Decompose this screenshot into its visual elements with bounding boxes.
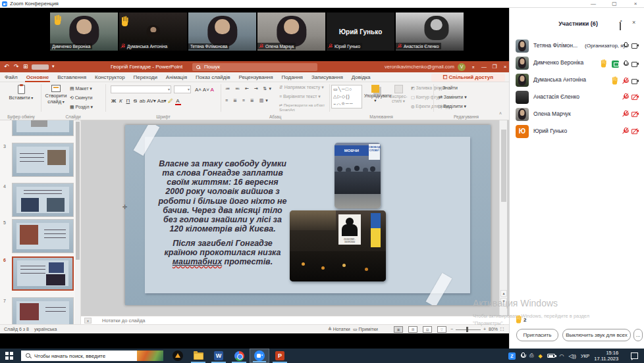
font-size-buttons[interactable]: A˄ A˅ A <box>195 87 214 93</box>
account-avatar[interactable]: V <box>458 63 466 71</box>
quick-access-box[interactable] <box>32 64 49 70</box>
editor-scrollbar[interactable]: ▴ ▾ <box>499 120 507 316</box>
slide-canvas[interactable]: Власне за таку свободу думки та слова Го… <box>125 125 491 305</box>
ppt-close-button[interactable]: × <box>500 62 510 71</box>
quick-styles-button[interactable]: Експрес-стилі ▾ <box>388 85 409 104</box>
collapse-ribbon-button[interactable]: ˄ <box>499 111 502 116</box>
arrange-button[interactable]: Упорядкувати ▾ <box>364 85 387 103</box>
minimize-button[interactable]: — <box>589 0 598 7</box>
participant-row[interactable]: Думанська Антоніна <box>512 72 641 89</box>
slide-thumbnail-6-selected[interactable] <box>12 256 74 291</box>
shapes-gallery[interactable]: ▭╲─□○△▷◇{}⌣⌒☆── <box>331 85 362 109</box>
video-tile[interactable]: Димченко Вероніка <box>50 12 118 51</box>
ppt-restore-button[interactable]: ❐ <box>490 62 499 71</box>
zoom-tray-icon[interactable]: Z <box>508 352 516 360</box>
zoom-in-button[interactable]: + <box>483 325 486 334</box>
wifi-icon[interactable]: ◠ <box>560 353 564 359</box>
tab-home[interactable]: Основне <box>26 74 49 80</box>
participant-row[interactable]: Анастасія Єленко <box>512 89 641 106</box>
start-slideshow-button[interactable]: ⊞ <box>23 62 28 70</box>
camera-off-icon[interactable] <box>631 94 639 99</box>
italic-button[interactable]: К <box>118 98 124 104</box>
chrome-button[interactable] <box>229 349 249 363</box>
text-shadow-button[interactable]: ab <box>140 98 146 104</box>
antivirus-tray-app[interactable] <box>168 349 188 363</box>
tab-insert[interactable]: Вставлення <box>57 74 86 80</box>
panel-close-icon[interactable]: × <box>632 19 635 26</box>
previous-slide-button[interactable]: ▴ <box>500 290 507 297</box>
camera-on-icon[interactable] <box>631 78 639 84</box>
camera-on-icon[interactable] <box>631 61 639 66</box>
qat-customize-button[interactable]: ▾ <box>52 62 55 70</box>
slide-sorter-button[interactable]: ⊞ <box>408 326 417 333</box>
muted-mic-icon[interactable] <box>623 128 628 134</box>
fit-slide-button[interactable]: ⛶ <box>500 325 504 334</box>
invite-button[interactable]: Пригласить <box>516 329 558 341</box>
text-direction-button[interactable]: ⇵ Напрямок тексту ▾ <box>279 85 324 90</box>
list-buttons[interactable]: ≔ ≕ ⇤ ⇥ ⇅▾ <box>225 86 273 91</box>
video-tile[interactable]: Анастасія Єленко <box>396 12 464 51</box>
font-size-select[interactable] <box>174 85 191 93</box>
camera-off-icon[interactable] <box>631 111 639 116</box>
file-explorer-button[interactable] <box>188 349 208 363</box>
ribbon-display-options-button[interactable]: ⌅ <box>469 62 478 71</box>
video-tile[interactable]: Думанська Антоніна <box>119 12 187 51</box>
muted-mic-icon[interactable] <box>623 78 628 84</box>
thumbnail-scrollbar[interactable] <box>75 120 80 324</box>
zoom-slider-track[interactable] <box>456 329 481 330</box>
next-slide-button[interactable]: ▾ <box>500 298 507 304</box>
powerpoint-button[interactable]: P <box>270 349 290 363</box>
bold-button[interactable]: Ж <box>111 98 117 104</box>
camera-off-icon[interactable] <box>631 128 639 133</box>
layout-button[interactable]: ▤ Макет ▾ <box>70 86 92 91</box>
tab-file[interactable]: Файл <box>5 74 18 80</box>
clock[interactable]: 15:1617.11.2023 <box>594 350 618 362</box>
zoom-app-button-active[interactable] <box>250 349 269 363</box>
close-button[interactable]: × <box>631 0 640 7</box>
language-status[interactable]: українська <box>34 325 57 334</box>
slide-thumbnail-3[interactable] <box>12 143 74 177</box>
font-family-select[interactable] <box>111 85 171 93</box>
mic-tray-icon[interactable] <box>520 352 525 359</box>
slide-thumbnail-4[interactable] <box>12 183 74 217</box>
more-options-button[interactable]: ... <box>633 329 643 341</box>
account-email[interactable]: veronikavimchenko@gmail.com <box>369 64 454 70</box>
participant-row[interactable]: Тетяна Філімон... (Организатор, я) <box>512 37 641 55</box>
redo-button[interactable]: ↷ <box>14 62 19 70</box>
new-slide-button[interactable]: Створити слайд ▾ <box>43 85 68 105</box>
normal-view-button[interactable]: ▣ <box>394 326 403 333</box>
mute-all-button[interactable]: Выключить звук для всех <box>562 329 631 341</box>
search-box[interactable]: Пошук <box>192 63 317 71</box>
font-color-button[interactable]: A <box>175 98 181 105</box>
reset-button[interactable]: ⟲ Скинути <box>70 95 92 101</box>
start-button[interactable] <box>5 352 13 360</box>
tab-transitions[interactable]: Переходи <box>134 74 157 80</box>
share-button[interactable]: ⧠ Спільний доступ <box>431 74 505 82</box>
zoom-out-button[interactable]: − <box>450 325 453 334</box>
popout-panel-icon[interactable] <box>620 22 621 30</box>
tab-animations[interactable]: Анімація <box>166 74 187 80</box>
maximize-button[interactable]: ▢ <box>610 0 619 7</box>
mic-on-icon[interactable] <box>623 42 628 49</box>
strikethrough-button[interactable]: S <box>132 98 138 104</box>
tab-design[interactable]: Конструктор <box>95 74 125 80</box>
muted-mic-icon[interactable] <box>623 93 628 100</box>
tab-slideshow[interactable]: Показ слайдів <box>196 74 230 80</box>
mic-on-icon[interactable] <box>623 60 628 67</box>
select-button[interactable]: ▷ Виділити ▾ <box>439 104 466 109</box>
alignment-buttons[interactable]: ≡ ≣ ≡ ≣ ▥▾ <box>225 98 270 103</box>
action-center-button[interactable] <box>631 352 638 359</box>
align-text-button[interactable]: ≡ Вирівняти текст ▾ <box>279 94 321 99</box>
find-button[interactable]: ⌕ Знайти <box>439 85 458 91</box>
replace-button[interactable]: ⇄ Замінити ▾ <box>439 95 467 100</box>
zoom-slider-knob[interactable] <box>466 327 468 332</box>
language-indicator[interactable]: УКР <box>581 354 589 358</box>
word-button[interactable]: W <box>209 349 228 363</box>
paste-button[interactable]: Вставити ▾ <box>8 85 34 101</box>
highlight-button[interactable]: 🖉 <box>168 98 174 104</box>
slide-thumbnail-2[interactable] <box>12 120 74 136</box>
photo-night-vigil[interactable]: 21/05/1969 - 16/09/2000 <box>290 210 386 281</box>
slide-text-block[interactable]: Власне за таку свободу думки та слова Го… <box>157 159 288 272</box>
section-button[interactable]: ▦ Розділ ▾ <box>70 105 93 110</box>
tab-recording[interactable]: Записування <box>311 74 343 80</box>
